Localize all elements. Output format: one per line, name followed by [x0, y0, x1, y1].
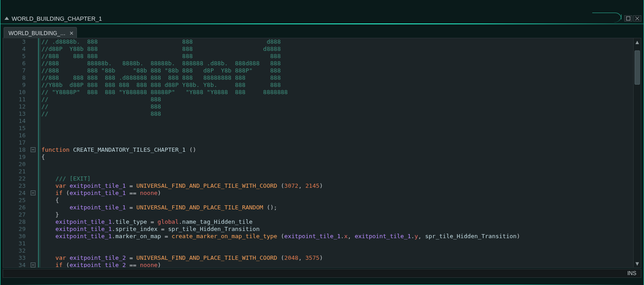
- line-number: 26: [3, 204, 26, 211]
- code-editor[interactable]: 3456789101112131415161718192021222324252…: [3, 38, 641, 268]
- close-button[interactable]: [633, 15, 641, 22]
- code-line[interactable]: exitpoint_tile_1 = UNIVERSAL_FIND_AND_PL…: [39, 204, 641, 211]
- code-line[interactable]: [39, 139, 641, 146]
- line-number: 3: [3, 38, 26, 45]
- line-number: 21: [3, 168, 26, 175]
- code-line[interactable]: {: [39, 197, 641, 204]
- scroll-down-arrow-icon[interactable]: ▼: [634, 260, 641, 267]
- line-number: 23: [3, 182, 26, 190]
- code-line[interactable]: exitpoint_tile_1.sprite_index = spr_tile…: [39, 226, 641, 233]
- line-number-gutter: 3456789101112131415161718192021222324252…: [3, 38, 29, 267]
- collapse-triangle-icon[interactable]: [4, 17, 9, 20]
- code-line[interactable]: //888 88888b. 8888b. 88888b. 888888 .d88…: [39, 60, 641, 67]
- code-column[interactable]: // .d8888b. 888 888 d888 //d88P Y88b 888…: [38, 38, 641, 267]
- scroll-thumb[interactable]: [635, 50, 640, 85]
- vertical-scrollbar[interactable]: ▲ ▼: [633, 38, 641, 267]
- code-line[interactable]: //Y88b d88P 888 888 888 888 888 d88P Y88…: [39, 81, 641, 89]
- maximize-button[interactable]: [624, 15, 632, 22]
- line-number: 19: [3, 154, 26, 161]
- tab-label: WORLD_BUILDING_…: [9, 30, 66, 36]
- fold-toggle-icon[interactable]: −: [31, 190, 36, 195]
- line-number: 8: [3, 74, 26, 81]
- code-line[interactable]: //888 888 888 888 888: [39, 53, 641, 60]
- line-number: 32: [3, 247, 26, 254]
- line-number: 29: [3, 226, 26, 233]
- line-number: 6: [3, 60, 26, 67]
- code-line[interactable]: // "Y8888P" 888 888 "Y888888 88888P" "Y8…: [39, 89, 641, 96]
- window-curve-decoration: [593, 14, 622, 23]
- line-number: 24: [3, 190, 26, 197]
- scroll-up-arrow-icon[interactable]: ▲: [634, 38, 641, 46]
- fold-toggle-icon[interactable]: −: [31, 147, 36, 152]
- line-number: 18: [3, 146, 26, 154]
- status-bar: INS: [3, 269, 641, 278]
- code-line[interactable]: // .d8888b. 888 888 d888: [39, 38, 641, 45]
- code-line[interactable]: {: [39, 154, 641, 161]
- window-controls: [593, 14, 641, 23]
- code-line[interactable]: // 888: [39, 96, 641, 103]
- fold-column: −−−: [29, 38, 38, 267]
- line-number: 20: [3, 161, 26, 168]
- line-number: 7: [3, 67, 26, 74]
- line-number: 15: [3, 125, 26, 132]
- line-number: 33: [3, 254, 26, 262]
- line-number: 10: [3, 89, 26, 96]
- fold-toggle-icon[interactable]: −: [31, 262, 36, 267]
- code-line[interactable]: [39, 168, 641, 175]
- line-number: 12: [3, 103, 26, 110]
- code-line[interactable]: if (exitpoint_tile_2 == noone): [39, 262, 641, 267]
- code-line[interactable]: }: [39, 211, 641, 218]
- code-line[interactable]: var exitpoint_tile_1 = UNIVERSAL_FIND_AN…: [39, 182, 641, 190]
- line-number: 13: [3, 110, 26, 118]
- svg-rect-0: [626, 17, 630, 20]
- tab-world-building[interactable]: WORLD_BUILDING_… ✕: [4, 27, 77, 39]
- code-line[interactable]: [39, 118, 641, 125]
- line-number: 31: [3, 240, 26, 247]
- line-number: 11: [3, 96, 26, 103]
- line-number: 30: [3, 233, 26, 240]
- line-number: 5: [3, 53, 26, 60]
- code-line[interactable]: //d88P Y88b 888 888 d8888: [39, 45, 641, 53]
- code-line[interactable]: [39, 240, 641, 247]
- code-line[interactable]: // 888: [39, 110, 641, 118]
- line-number: 27: [3, 211, 26, 218]
- line-number: 25: [3, 197, 26, 204]
- code-line[interactable]: // 888: [39, 103, 641, 110]
- line-number: 17: [3, 139, 26, 146]
- line-number: 22: [3, 175, 26, 182]
- code-line[interactable]: var exitpoint_tile_2 = UNIVERSAL_FIND_AN…: [39, 254, 641, 262]
- code-line[interactable]: function CREATE_MANDATORY_TILES_CHAPTER_…: [39, 146, 641, 154]
- close-icon[interactable]: ✕: [69, 30, 74, 36]
- tab-strip: WORLD_BUILDING_… ✕: [4, 26, 640, 39]
- code-line[interactable]: [39, 125, 641, 132]
- code-line[interactable]: /// [EXIT]: [39, 175, 641, 182]
- window-title: WORLD_BUILDING_CHAPTER_1: [12, 15, 102, 22]
- line-number: 16: [3, 132, 26, 139]
- titlebar: WORLD_BUILDING_CHAPTER_1: [0, 13, 644, 24]
- line-number: 28: [3, 218, 26, 226]
- line-number: 14: [3, 118, 26, 125]
- line-number: 9: [3, 81, 26, 89]
- code-line[interactable]: if (exitpoint_tile_1 == noone): [39, 190, 641, 197]
- code-line[interactable]: [39, 161, 641, 168]
- code-line[interactable]: //888 888 888 888 .d888888 888 888 888 8…: [39, 74, 641, 81]
- insert-mode-indicator: INS: [627, 270, 636, 276]
- scroll-track[interactable]: [635, 46, 640, 260]
- code-line[interactable]: exitpoint_tile_1.marker_on_map = create_…: [39, 233, 641, 240]
- line-number: 34: [3, 262, 26, 267]
- code-line[interactable]: [39, 132, 641, 139]
- line-number: 4: [3, 45, 26, 53]
- code-line[interactable]: exitpoint_tile_1.tile_type = global.name…: [39, 218, 641, 226]
- code-line[interactable]: //888 888 "88b "88b 888 "88b 888 d8P Y8b…: [39, 67, 641, 74]
- code-line[interactable]: [39, 247, 641, 254]
